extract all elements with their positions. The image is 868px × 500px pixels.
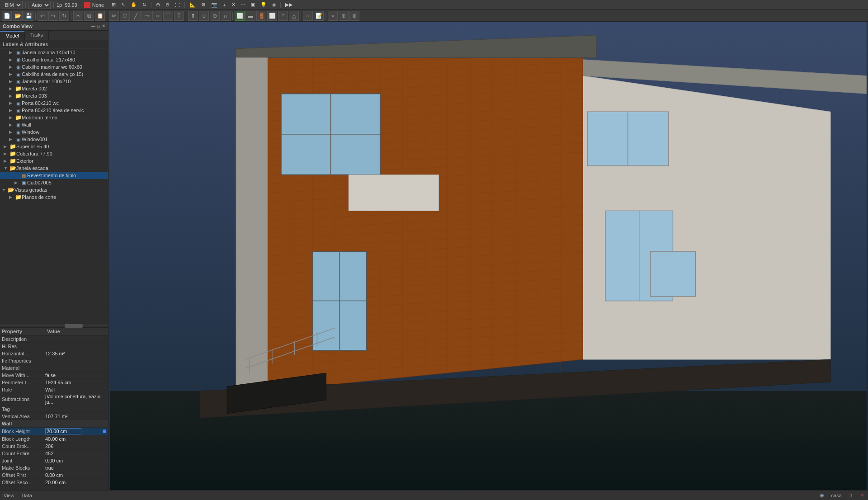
prop-block-height[interactable]: Block Height <box>0 428 108 435</box>
measure-icon[interactable]: 📐 <box>188 1 198 8</box>
circle-btn[interactable]: ○ <box>152 11 162 21</box>
window-btn[interactable]: ⬜ <box>267 11 277 21</box>
intersect-btn[interactable]: ∩ <box>221 11 231 21</box>
scroll-thumb[interactable] <box>65 324 83 328</box>
union-btn[interactable]: ∪ <box>199 11 209 21</box>
wall-btn[interactable]: ⬜ <box>235 11 245 21</box>
rect-btn[interactable]: ▭ <box>142 11 151 21</box>
poly-btn[interactable]: ⬡ <box>120 11 130 21</box>
prop-val-make-blocks: true <box>45 465 106 471</box>
rotate-icon[interactable]: ↻ <box>141 1 148 8</box>
x-icon[interactable]: ✕ <box>230 1 237 8</box>
save-btn[interactable]: 💾 <box>24 11 33 21</box>
add-icon[interactable]: + <box>221 2 227 8</box>
redo-btn[interactable]: ↪ <box>48 11 58 21</box>
camera-icon[interactable]: 📷 <box>209 1 219 8</box>
prop-val-move-with: false <box>45 373 106 378</box>
settings-icon[interactable]: ⚙ <box>199 1 208 8</box>
left-panel: Combo View — □ ✕ Model Tasks Labels & At… <box>0 22 108 490</box>
tree-item-porta-area[interactable]: ▶ ▣ Porta 80x210 área de servic <box>0 107 108 114</box>
tree-item-porta-wc[interactable]: ▶ ▣ Porta 80x210 wc <box>0 99 108 107</box>
data-label[interactable]: Data <box>22 493 32 498</box>
cut-btn[interactable]: ✂ <box>73 11 83 21</box>
tree-item-revestimento[interactable]: ▦ Revestimento de tijolo <box>0 172 108 179</box>
tree-item-superior[interactable]: ▶ 📁 Superior +5.40 <box>0 143 108 150</box>
snap3-btn[interactable]: ⊗ <box>349 11 359 21</box>
view-label[interactable]: View <box>4 493 14 498</box>
new-btn[interactable]: 📄 <box>2 11 12 21</box>
diff-btn[interactable]: ⊖ <box>210 11 220 21</box>
open-btn[interactable]: 📂 <box>13 11 23 21</box>
floor-btn[interactable]: ▬ <box>245 11 255 21</box>
paste-btn[interactable]: 📋 <box>95 11 105 21</box>
zoom-fit-icon[interactable]: ⛶ <box>173 2 182 8</box>
lighting-icon[interactable]: 💡 <box>259 1 269 8</box>
pan-icon[interactable]: ✋ <box>129 1 139 8</box>
tree-item-planos[interactable]: ▶ 📁 Planos de corte <box>0 193 108 201</box>
undo-btn[interactable]: ↩ <box>38 11 47 21</box>
combo-close-btn[interactable]: ✕ <box>102 24 105 28</box>
tree-item-window[interactable]: ▶ ▣ Window <box>0 128 108 136</box>
more-tools[interactable]: ▶▶ <box>283 1 294 8</box>
combo-minimize-btn[interactable]: — <box>91 24 95 28</box>
tree-arrow: ▶ <box>9 65 14 69</box>
obj-icon: ▣ <box>14 71 22 77</box>
annotate-btn[interactable]: 📝 <box>314 11 324 21</box>
zoom-icon[interactable]: ⊕ <box>154 1 162 8</box>
tree-item-mobiliario[interactable]: ▶ 📁 Mobiliário térreo <box>0 114 108 121</box>
tree-item-cut007005[interactable]: ▶ ▣ Cut007005 <box>0 179 108 186</box>
tree-item-caixilho-maximar[interactable]: ▶ ▣ Caixilho maximar wc 60x60 <box>0 63 108 71</box>
draw-btn[interactable]: ✏ <box>109 11 119 21</box>
grid-icon[interactable]: ⊞ <box>110 1 118 8</box>
tree-item-caixilho-area[interactable]: ▶ ▣ Caixilho área de serviço 15( <box>0 71 108 78</box>
snap-btn[interactable]: ⌖ <box>328 11 338 21</box>
stair-btn[interactable]: ≡ <box>278 11 288 21</box>
tree-item-mureta-003[interactable]: ▶ 📁 Mureta 003 <box>0 92 108 99</box>
dim-btn[interactable]: ↔ <box>303 11 313 21</box>
prop-val-count-brok: 206 <box>45 443 106 449</box>
obj-icon: ▣ <box>14 129 22 135</box>
tree-item-exterior[interactable]: ▶ 📁 Exterior <box>0 157 108 165</box>
sep1 <box>25 2 26 8</box>
arc-btn[interactable]: ⌒ <box>163 11 173 21</box>
tree-section[interactable]: ▶ ▣ Janela cozinha 140x110 ▶ ▣ Caixilho … <box>0 49 108 324</box>
box-icon[interactable]: ▣ <box>249 1 257 8</box>
3d-viewport[interactable] <box>108 22 868 490</box>
prop-name-offset-seco: Offset Seco... <box>2 480 45 485</box>
auto-dropdown[interactable]: Auto <box>28 1 51 9</box>
tree-item-caixilho-frontal[interactable]: ▶ ▣ Caixilho frontal 217x480 <box>0 56 108 63</box>
tree-item-janela-escada[interactable]: ▼ 📂 Janela escada <box>0 165 108 172</box>
refresh-btn[interactable]: ↻ <box>59 11 69 21</box>
prop-col-value: Value <box>47 329 106 334</box>
extrude-btn[interactable]: ⬆ <box>188 11 198 21</box>
mode-dropdown[interactable]: BIM <box>2 1 23 9</box>
tree-arrow: ▶ <box>9 137 14 142</box>
nav-icon[interactable]: ⊹ <box>239 1 247 8</box>
tab-tasks[interactable]: Tasks <box>25 31 49 40</box>
zoom-out-icon[interactable]: ⊖ <box>164 1 171 8</box>
prop-offset-seco: Offset Seco... 20.00 cm <box>0 479 108 486</box>
combo-maximize-btn[interactable]: □ <box>97 24 100 28</box>
tree-item-window001[interactable]: ▶ ▣ Window001 <box>0 136 108 143</box>
tree-item-wall[interactable]: ▶ ▣ Wall <box>0 121 108 128</box>
folder-icon: 📁 <box>14 114 22 121</box>
roof-btn[interactable]: △ <box>289 11 299 21</box>
tree-item-cobertura[interactable]: ▶ 📁 Cobertura +7.90 <box>0 150 108 157</box>
stereo-icon[interactable]: ◈ <box>270 1 278 8</box>
tree-item-mureta-002[interactable]: ▶ 📁 Mureta 002 <box>0 85 108 92</box>
tab-model[interactable]: Model <box>0 31 25 40</box>
block-height-input[interactable] <box>45 428 81 434</box>
text-btn[interactable]: T <box>174 11 184 21</box>
tree-item-vistas[interactable]: ▼ 📂 Vistas geradas <box>0 186 108 193</box>
tree-item-janela-cozinha[interactable]: ▶ ▣ Janela cozinha 140x110 <box>0 49 108 56</box>
snap2-btn[interactable]: ⊕ <box>339 11 349 21</box>
prop-name-offset-first: Offset First <box>2 472 45 478</box>
copy-btn[interactable]: ⧉ <box>84 11 94 21</box>
close-status-btn[interactable]: ✕ <box>860 492 864 498</box>
tree-item-janela-jantar[interactable]: ▶ ▣ Janela jantar 100x210 <box>0 78 108 85</box>
tree-scrollbar[interactable] <box>0 324 108 327</box>
sep2 <box>53 2 54 8</box>
cursor-icon[interactable]: ↖ <box>119 1 127 8</box>
line-btn[interactable]: ╱ <box>131 11 141 21</box>
door-btn[interactable]: 🚪 <box>256 11 266 21</box>
